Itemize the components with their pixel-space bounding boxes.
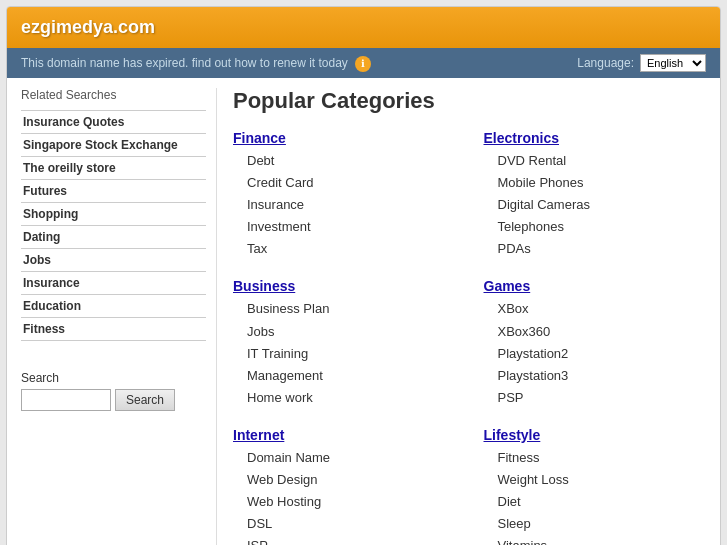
list-item: Jobs xyxy=(247,321,454,343)
info-icon: ℹ xyxy=(355,56,371,72)
list-item: XBox xyxy=(498,298,705,320)
list-item: XBox360 xyxy=(498,321,705,343)
category-internet: Internet Domain Name Web Design Web Host… xyxy=(233,427,454,545)
list-item: Singapore Stock Exchange xyxy=(21,134,206,157)
category-electronics: Electronics DVD Rental Mobile Phones Dig… xyxy=(484,130,705,260)
list-item: DSL xyxy=(247,513,454,535)
category-title: Internet xyxy=(233,427,454,443)
category-items-games: XBox XBox360 Playstation2 Playstation3 P… xyxy=(498,298,705,408)
category-title: Games xyxy=(484,278,705,294)
list-item: Insurance xyxy=(21,272,206,295)
category-title: Finance xyxy=(233,130,454,146)
list-item: Telephones xyxy=(498,216,705,238)
expiry-banner: This domain name has expired. find out h… xyxy=(7,48,720,78)
search-section: Search Search xyxy=(21,361,206,411)
category-items-business: Business Plan Jobs IT Training Managemen… xyxy=(247,298,454,408)
list-item: Digital Cameras xyxy=(498,194,705,216)
sidebar-link[interactable]: Shopping xyxy=(21,203,206,225)
category-finance: Finance Debt Credit Card Insurance Inves… xyxy=(233,130,454,260)
list-item: Fitness xyxy=(498,447,705,469)
sidebar-link[interactable]: Jobs xyxy=(21,249,206,271)
category-items-lifestyle: Fitness Weight Loss Diet Sleep Vitamins xyxy=(498,447,705,545)
sidebar-link[interactable]: Insurance xyxy=(21,272,206,294)
list-item: PDAs xyxy=(498,238,705,260)
list-item: Playstation2 xyxy=(498,343,705,365)
list-item: Insurance Quotes xyxy=(21,111,206,134)
search-input[interactable] xyxy=(21,389,111,411)
page-title: Popular Categories xyxy=(233,88,704,114)
language-label: Language: xyxy=(577,56,634,70)
sidebar-link[interactable]: Dating xyxy=(21,226,206,248)
site-title: ezgimedya.com xyxy=(21,17,155,37)
list-item: Sleep xyxy=(498,513,705,535)
list-item: IT Training xyxy=(247,343,454,365)
list-item: PSP xyxy=(498,387,705,409)
list-item: Jobs xyxy=(21,249,206,272)
list-item: Credit Card xyxy=(247,172,454,194)
main-layout: Related Searches Insurance Quotes Singap… xyxy=(7,78,720,545)
category-title: Business xyxy=(233,278,454,294)
sidebar-links: Insurance Quotes Singapore Stock Exchang… xyxy=(21,110,206,341)
list-item: Weight Loss xyxy=(498,469,705,491)
sidebar-link[interactable]: Singapore Stock Exchange xyxy=(21,134,206,156)
list-item: Dating xyxy=(21,226,206,249)
language-section: Language: English French German Spanish xyxy=(577,54,706,72)
sidebar-link[interactable]: Futures xyxy=(21,180,206,202)
category-lifestyle: Lifestyle Fitness Weight Loss Diet Sleep… xyxy=(484,427,705,545)
list-item: ISP xyxy=(247,535,454,545)
list-item: Web Hosting xyxy=(247,491,454,513)
header: ezgimedya.com xyxy=(7,7,720,48)
banner-text: This domain name has expired. find out h… xyxy=(21,56,348,70)
list-item: The oreilly store xyxy=(21,157,206,180)
category-items-finance: Debt Credit Card Insurance Investment Ta… xyxy=(247,150,454,260)
category-items-internet: Domain Name Web Design Web Hosting DSL I… xyxy=(247,447,454,545)
category-business: Business Business Plan Jobs IT Training … xyxy=(233,278,454,408)
category-link-lifestyle[interactable]: Lifestyle xyxy=(484,427,541,443)
list-item: Web Design xyxy=(247,469,454,491)
category-items-electronics: DVD Rental Mobile Phones Digital Cameras… xyxy=(498,150,705,260)
list-item: Investment xyxy=(247,216,454,238)
list-item: Tax xyxy=(247,238,454,260)
list-item: Domain Name xyxy=(247,447,454,469)
category-link-finance[interactable]: Finance xyxy=(233,130,286,146)
list-item: Mobile Phones xyxy=(498,172,705,194)
search-form: Search xyxy=(21,389,206,411)
list-item: Futures xyxy=(21,180,206,203)
language-select[interactable]: English French German Spanish xyxy=(640,54,706,72)
sidebar-link[interactable]: The oreilly store xyxy=(21,157,206,179)
search-button[interactable]: Search xyxy=(115,389,175,411)
category-games: Games XBox XBox360 Playstation2 Playstat… xyxy=(484,278,705,408)
page-wrapper: ezgimedya.com This domain name has expir… xyxy=(6,6,721,545)
sidebar-link[interactable]: Fitness xyxy=(21,318,206,340)
sidebar: Related Searches Insurance Quotes Singap… xyxy=(7,88,217,545)
list-item: Management xyxy=(247,365,454,387)
category-title: Lifestyle xyxy=(484,427,705,443)
sidebar-title: Related Searches xyxy=(21,88,206,102)
list-item: Home work xyxy=(247,387,454,409)
category-link-games[interactable]: Games xyxy=(484,278,531,294)
categories-grid: Finance Debt Credit Card Insurance Inves… xyxy=(233,130,704,545)
list-item: Vitamins xyxy=(498,535,705,545)
search-label: Search xyxy=(21,371,206,385)
list-item: DVD Rental xyxy=(498,150,705,172)
content-area: Popular Categories Finance Debt Credit C… xyxy=(217,88,720,545)
list-item: Diet xyxy=(498,491,705,513)
list-item: Fitness xyxy=(21,318,206,341)
category-link-business[interactable]: Business xyxy=(233,278,295,294)
list-item: Education xyxy=(21,295,206,318)
sidebar-link[interactable]: Insurance Quotes xyxy=(21,111,206,133)
category-title: Electronics xyxy=(484,130,705,146)
list-item: Debt xyxy=(247,150,454,172)
list-item: Business Plan xyxy=(247,298,454,320)
list-item: Insurance xyxy=(247,194,454,216)
category-link-electronics[interactable]: Electronics xyxy=(484,130,559,146)
list-item: Playstation3 xyxy=(498,365,705,387)
sidebar-link[interactable]: Education xyxy=(21,295,206,317)
list-item: Shopping xyxy=(21,203,206,226)
category-link-internet[interactable]: Internet xyxy=(233,427,284,443)
banner-message: This domain name has expired. find out h… xyxy=(21,55,371,72)
